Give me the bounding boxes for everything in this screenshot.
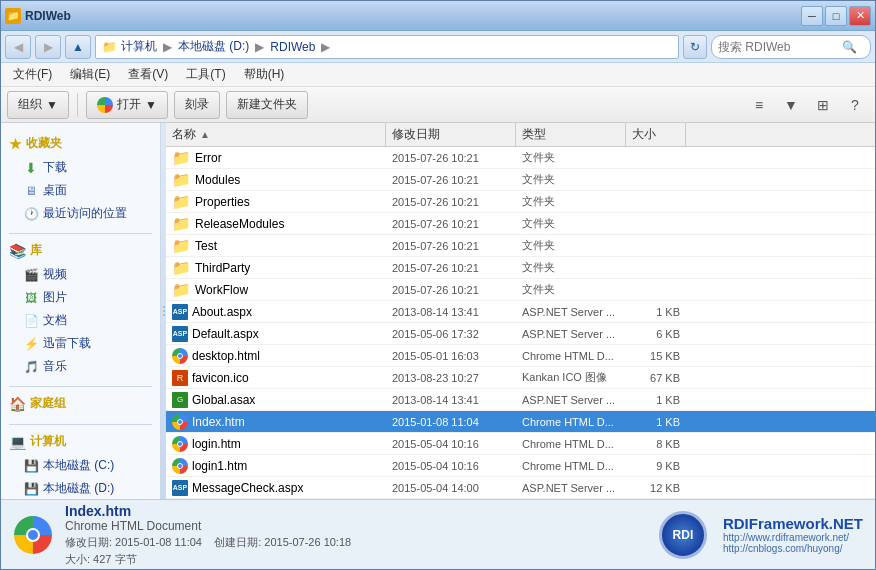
col-header-name[interactable]: 名称 ▲	[166, 123, 386, 146]
sidebar-header-favorites[interactable]: ★ 收藏夹	[1, 131, 160, 156]
maximize-button[interactable]: □	[825, 6, 847, 26]
file-name-label: ReleaseModules	[195, 217, 284, 231]
file-date-cell: 2015-01-08 11:04	[386, 411, 516, 432]
sidebar-item-label-drive-d: 本地磁盘 (D:)	[43, 480, 114, 497]
file-size-cell	[626, 235, 686, 256]
star-icon: ★	[9, 136, 22, 152]
file-name-cell: 📁Properties	[166, 191, 386, 212]
status-info: Index.htm Chrome HTML Document 修改日期: 201…	[65, 503, 647, 567]
table-row[interactable]: GGlobal.asax2013-08-14 13:41ASP.NET Serv…	[166, 389, 875, 411]
refresh-button[interactable]: ↻	[683, 35, 707, 59]
sidebar-item-label-desktop: 桌面	[43, 182, 67, 199]
menu-view[interactable]: 查看(V)	[120, 64, 176, 85]
file-name-cell: 📁ReleaseModules	[166, 213, 386, 234]
file-name-label: WorkFlow	[195, 283, 248, 297]
sidebar-header-homegroup[interactable]: 🏠 家庭组	[1, 391, 160, 416]
col-header-date[interactable]: 修改日期	[386, 123, 516, 146]
folder-icon: 📁	[172, 149, 191, 167]
file-size-cell: 6 KB	[626, 323, 686, 344]
view-list-button[interactable]: ≡	[745, 93, 773, 117]
thunder-icon: ⚡	[23, 336, 39, 352]
sidebar-divider-1	[9, 233, 152, 234]
sidebar-header-library[interactable]: 📚 库	[1, 238, 160, 263]
path-drive[interactable]: 本地磁盘 (D:)	[178, 38, 249, 55]
sidebar-item-drive-d[interactable]: 💾 本地磁盘 (D:)	[1, 477, 160, 499]
file-date-cell: 2015-05-04 10:16	[386, 455, 516, 476]
view-details-button[interactable]: ▼	[777, 93, 805, 117]
table-row[interactable]: 📁ThirdParty2015-07-26 10:21文件夹	[166, 257, 875, 279]
close-button[interactable]: ✕	[849, 6, 871, 26]
search-box[interactable]: 🔍	[711, 35, 871, 59]
table-row[interactable]: 📁Properties2015-07-26 10:21文件夹	[166, 191, 875, 213]
file-name-label: Index.htm	[192, 415, 245, 429]
table-row[interactable]: ASPAbout.aspx2013-08-14 13:41ASP.NET Ser…	[166, 301, 875, 323]
back-button[interactable]: ◀	[5, 35, 31, 59]
rdi-circle-icon: RDI	[659, 511, 707, 559]
table-row[interactable]: ASPDefault.aspx2015-05-06 17:32ASP.NET S…	[166, 323, 875, 345]
sidebar-item-video[interactable]: 🎬 视频	[1, 263, 160, 286]
minimize-button[interactable]: ─	[801, 6, 823, 26]
status-bar: Index.htm Chrome HTML Document 修改日期: 201…	[1, 499, 875, 569]
favicon-icon: R	[172, 370, 188, 386]
table-row[interactable]: Index.htm2015-01-08 11:04Chrome HTML D..…	[166, 411, 875, 433]
table-row[interactable]: 📁Test2015-07-26 10:21文件夹	[166, 235, 875, 257]
view-tiles-button[interactable]: ⊞	[809, 93, 837, 117]
recent-icon: 🕐	[23, 206, 39, 222]
file-name-label: desktop.html	[192, 349, 260, 363]
table-row[interactable]: 📁Modules2015-07-26 10:21文件夹	[166, 169, 875, 191]
file-type-cell: Chrome HTML D...	[516, 411, 626, 432]
path-folder[interactable]: RDIWeb	[270, 40, 315, 54]
table-row[interactable]: 📁Error2015-07-26 10:21文件夹	[166, 147, 875, 169]
sidebar-item-document[interactable]: 📄 文档	[1, 309, 160, 332]
sidebar-item-music[interactable]: 🎵 音乐	[1, 355, 160, 378]
table-row[interactable]: 📁ReleaseModules2015-07-26 10:21文件夹	[166, 213, 875, 235]
file-size-cell: 8 KB	[626, 433, 686, 454]
file-name-label: Test	[195, 239, 217, 253]
sidebar-item-desktop[interactable]: 🖥 桌面	[1, 179, 160, 202]
file-type-cell: 文件夹	[516, 147, 626, 168]
up-button[interactable]: ▲	[65, 35, 91, 59]
organize-button[interactable]: 组织 ▼	[7, 91, 69, 119]
file-size-cell: 1 KB	[626, 301, 686, 322]
table-row[interactable]: 📁WorkFlow2015-07-26 10:21文件夹	[166, 279, 875, 301]
file-name-label: login1.htm	[192, 459, 247, 473]
menu-file[interactable]: 文件(F)	[5, 64, 60, 85]
sidebar-header-computer[interactable]: 💻 计算机	[1, 429, 160, 454]
file-name-label: About.aspx	[192, 305, 252, 319]
table-row[interactable]: ASPMessageCheck.aspx2015-05-04 14:00ASP.…	[166, 477, 875, 499]
menu-help[interactable]: 帮助(H)	[236, 64, 293, 85]
sidebar-item-label-document: 文档	[43, 312, 67, 329]
search-input[interactable]	[718, 40, 838, 54]
chrome-icon	[172, 414, 188, 430]
status-created: 创建日期: 2015-07-26 10:18	[214, 536, 351, 548]
address-path[interactable]: 📁 计算机 ▶ 本地磁盘 (D:) ▶ RDIWeb ▶	[95, 35, 679, 59]
menu-edit[interactable]: 编辑(E)	[62, 64, 118, 85]
sidebar-item-picture[interactable]: 🖼 图片	[1, 286, 160, 309]
col-header-size[interactable]: 大小	[626, 123, 686, 146]
open-button[interactable]: 打开 ▼	[86, 91, 168, 119]
burn-button[interactable]: 刻录	[174, 91, 220, 119]
file-date-cell: 2015-05-01 16:03	[386, 345, 516, 366]
folder-icon: 📁	[172, 193, 191, 211]
menu-tools[interactable]: 工具(T)	[178, 64, 233, 85]
sidebar-item-drive-c[interactable]: 💾 本地磁盘 (C:)	[1, 454, 160, 477]
sidebar-section-label-library: 库	[30, 242, 42, 259]
col-header-type[interactable]: 类型	[516, 123, 626, 146]
forward-button[interactable]: ▶	[35, 35, 61, 59]
table-row[interactable]: desktop.html2015-05-01 16:03Chrome HTML …	[166, 345, 875, 367]
sidebar-item-recent[interactable]: 🕐 最近访问的位置	[1, 202, 160, 225]
file-list[interactable]: 名称 ▲ 修改日期 类型 大小 📁Error2015-07-26 10:21文件…	[166, 123, 875, 499]
sidebar-item-downloads[interactable]: ⬇ 下载	[1, 156, 160, 179]
sidebar-item-thunder[interactable]: ⚡ 迅雷下载	[1, 332, 160, 355]
file-type-cell: 文件夹	[516, 257, 626, 278]
table-row[interactable]: login.htm2015-05-04 10:16Chrome HTML D..…	[166, 433, 875, 455]
file-date-cell: 2015-07-26 10:21	[386, 147, 516, 168]
help-button[interactable]: ?	[841, 93, 869, 117]
file-name-cell: Rfavicon.ico	[166, 367, 386, 388]
sidebar-item-label-picture: 图片	[43, 289, 67, 306]
table-row[interactable]: Rfavicon.ico2013-08-23 10:27Kankan ICO 图…	[166, 367, 875, 389]
file-rows-container: 📁Error2015-07-26 10:21文件夹📁Modules2015-07…	[166, 147, 875, 499]
new-folder-button[interactable]: 新建文件夹	[226, 91, 308, 119]
path-root[interactable]: 计算机	[121, 38, 157, 55]
table-row[interactable]: login1.htm2015-05-04 10:16Chrome HTML D.…	[166, 455, 875, 477]
